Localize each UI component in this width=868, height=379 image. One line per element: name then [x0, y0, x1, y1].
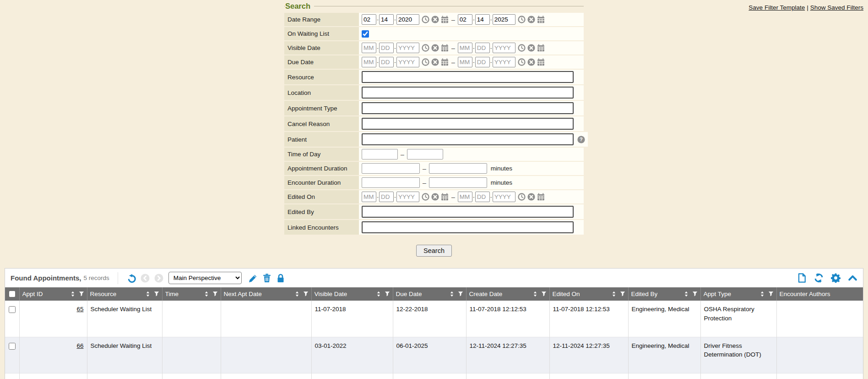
clock-icon[interactable]: [518, 16, 526, 23]
lock-perspective-button[interactable]: [276, 274, 285, 283]
edited-on-from-month-input[interactable]: [362, 192, 376, 202]
search-button[interactable]: Search: [416, 245, 452, 257]
encounter-duration-to-input[interactable]: [429, 177, 487, 188]
encounter-duration-from-input[interactable]: [362, 177, 420, 188]
clock-icon[interactable]: [422, 193, 429, 201]
visible-date-to-month-input[interactable]: [458, 43, 472, 53]
clear-date-icon[interactable]: [527, 58, 535, 66]
edited-on-to-year-input[interactable]: [493, 192, 515, 202]
date-range-from-day-input[interactable]: [379, 14, 394, 25]
appointment-duration-from-input[interactable]: [362, 163, 420, 174]
sort-icon[interactable]: [760, 291, 765, 297]
refresh-button[interactable]: [814, 273, 824, 283]
filter-funnel-icon[interactable]: [620, 291, 625, 297]
visible-date-from-year-input[interactable]: [396, 43, 419, 53]
clock-icon[interactable]: [518, 44, 526, 52]
date-range-from-year-input[interactable]: [396, 14, 419, 25]
filter-funnel-icon[interactable]: [303, 291, 309, 297]
filter-funnel-icon[interactable]: [385, 291, 390, 297]
cancel-reason-input[interactable]: [362, 118, 574, 130]
due-date-from-month-input[interactable]: [362, 57, 376, 67]
edit-perspective-button[interactable]: [249, 274, 258, 283]
linked-encounters-input[interactable]: [362, 221, 574, 233]
calendar-icon[interactable]: [441, 193, 449, 201]
filter-funnel-icon[interactable]: [458, 291, 463, 297]
time-of-day-to-input[interactable]: [407, 149, 443, 159]
sort-icon[interactable]: [70, 291, 76, 297]
appt-id-link[interactable]: 65: [76, 306, 83, 313]
clock-icon[interactable]: [518, 58, 526, 66]
settings-button[interactable]: [831, 273, 841, 283]
clear-date-icon[interactable]: [527, 16, 535, 23]
clear-date-icon[interactable]: [527, 44, 535, 52]
sort-icon[interactable]: [204, 291, 209, 297]
calendar-icon[interactable]: [537, 44, 545, 52]
clear-date-icon[interactable]: [431, 16, 439, 23]
sort-icon[interactable]: [611, 291, 617, 297]
date-range-to-year-input[interactable]: [493, 14, 515, 25]
previous-page-button[interactable]: [141, 274, 150, 283]
edited-on-from-year-input[interactable]: [396, 192, 419, 202]
filter-funnel-icon[interactable]: [154, 291, 159, 297]
due-date-from-year-input[interactable]: [396, 57, 419, 67]
date-range-to-month-input[interactable]: [458, 14, 472, 25]
edited-on-from-day-input[interactable]: [379, 192, 394, 202]
row-checkbox[interactable]: [9, 306, 16, 313]
due-date-from-day-input[interactable]: [379, 57, 394, 67]
help-icon[interactable]: [577, 136, 585, 143]
location-input[interactable]: [362, 87, 574, 99]
edited-on-to-month-input[interactable]: [458, 192, 472, 202]
appt-id-link[interactable]: 66: [76, 342, 83, 349]
undo-button[interactable]: [127, 274, 136, 283]
calendar-icon[interactable]: [441, 16, 449, 23]
filter-funnel-icon[interactable]: [212, 291, 218, 297]
visible-date-from-day-input[interactable]: [379, 43, 394, 53]
appointment-duration-to-input[interactable]: [429, 163, 487, 174]
clear-date-icon[interactable]: [527, 193, 535, 201]
clock-icon[interactable]: [422, 44, 429, 52]
calendar-icon[interactable]: [537, 16, 545, 23]
sort-icon[interactable]: [449, 291, 455, 297]
appointment-type-input[interactable]: [362, 102, 574, 114]
delete-perspective-button[interactable]: [262, 274, 271, 283]
date-range-from-month-input[interactable]: [362, 14, 376, 25]
sort-icon[interactable]: [532, 291, 538, 297]
sort-icon[interactable]: [684, 291, 689, 297]
calendar-icon[interactable]: [441, 44, 449, 52]
visible-date-from-month-input[interactable]: [362, 43, 376, 53]
filter-funnel-icon[interactable]: [692, 291, 698, 297]
perspective-select[interactable]: Main Perspective: [168, 272, 242, 284]
clock-icon[interactable]: [518, 193, 526, 201]
filter-funnel-icon[interactable]: [541, 291, 547, 297]
row-checkbox[interactable]: [9, 343, 16, 350]
date-range-to-day-input[interactable]: [475, 14, 490, 25]
select-all-checkbox[interactable]: [9, 291, 15, 297]
calendar-icon[interactable]: [441, 58, 449, 66]
export-button[interactable]: [797, 273, 807, 283]
clock-icon[interactable]: [422, 16, 429, 23]
collapse-button[interactable]: [848, 273, 857, 283]
due-date-to-day-input[interactable]: [475, 57, 490, 67]
calendar-icon[interactable]: [537, 58, 545, 66]
sort-icon[interactable]: [294, 291, 300, 297]
visible-date-to-day-input[interactable]: [475, 43, 490, 53]
patient-input[interactable]: [362, 133, 574, 145]
next-page-button[interactable]: [154, 274, 163, 283]
due-date-to-month-input[interactable]: [458, 57, 472, 67]
calendar-icon[interactable]: [537, 193, 545, 201]
show-saved-filters-link[interactable]: Show Saved Filters: [810, 4, 863, 11]
sort-icon[interactable]: [376, 291, 381, 297]
clear-date-icon[interactable]: [431, 58, 439, 66]
clock-icon[interactable]: [422, 58, 429, 66]
time-of-day-from-input[interactable]: [362, 149, 398, 159]
edited-by-input[interactable]: [362, 206, 574, 218]
clear-date-icon[interactable]: [431, 193, 439, 201]
filter-funnel-icon[interactable]: [768, 291, 774, 297]
visible-date-to-year-input[interactable]: [493, 43, 515, 53]
resource-input[interactable]: [362, 71, 574, 83]
filter-funnel-icon[interactable]: [79, 291, 84, 297]
save-filter-template-link[interactable]: Save Filter Template: [749, 4, 805, 11]
clear-date-icon[interactable]: [431, 44, 439, 52]
sort-icon[interactable]: [145, 291, 151, 297]
due-date-to-year-input[interactable]: [493, 57, 515, 67]
